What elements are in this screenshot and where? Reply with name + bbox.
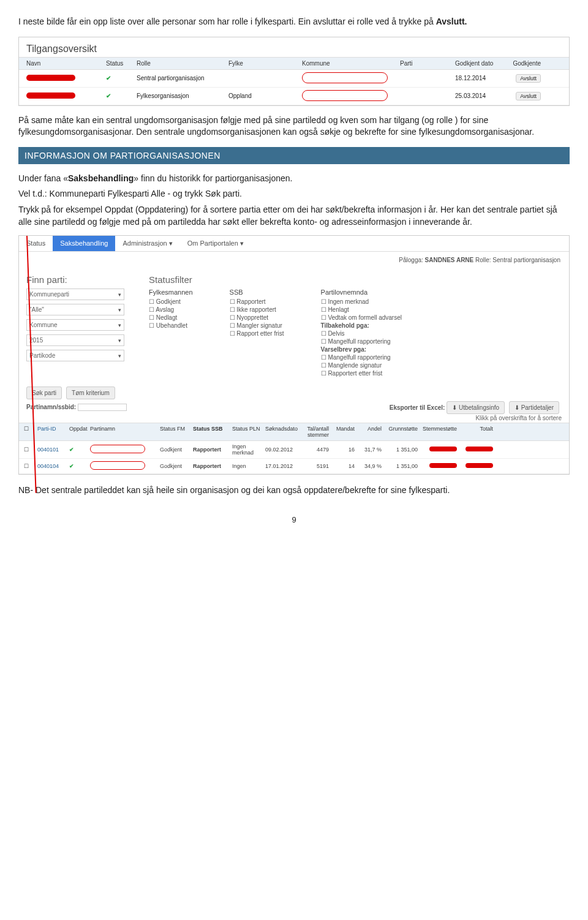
redacted-oval: [90, 461, 145, 470]
tab-status[interactable]: Status: [19, 236, 53, 251]
select-value: Kommune: [29, 322, 58, 328]
ssb-col: SSB Rapportert Ikke rapportert Nyopprett…: [230, 288, 284, 378]
check-icon: ✔: [106, 92, 111, 99]
text: I neste bilde får ein opp liste over all…: [18, 17, 436, 26]
checkbox-henlagt[interactable]: Henlagt: [321, 306, 402, 313]
check-icon: ✔: [69, 463, 74, 469]
fylkesmannen-col: Fylkesmannen Godkjent Avslag Nedlagt Ube…: [149, 288, 193, 378]
paragraph-5: Trykk på for eksempel Oppdat (Oppdaterin…: [18, 204, 570, 228]
th-status-fm[interactable]: Status FM: [160, 426, 190, 438]
th-tal-stemmer[interactable]: Tal/antall stemmer: [304, 426, 329, 438]
finn-parti-title: Finn parti:: [26, 274, 137, 285]
checkbox-ikke-rapportert[interactable]: Ikke rapportert: [230, 306, 284, 313]
checkbox-godkjent[interactable]: Godkjent: [149, 298, 193, 305]
cell-and: 31,7 %: [357, 447, 382, 453]
check-icon: ✔: [69, 447, 74, 453]
th-status-pln[interactable]: Status PLN: [232, 426, 263, 438]
table-header: Navn Status Rolle Fylke Kommune Parti Go…: [19, 57, 569, 70]
th-fylke[interactable]: Fylke: [228, 60, 302, 67]
cell-dato: 17.01.2012: [265, 463, 302, 469]
redacted-name: [26, 75, 75, 81]
tab-administrasjon[interactable]: Administrasjon ▾: [115, 236, 179, 251]
cell-tal: 4479: [304, 447, 329, 453]
export-utbetalingsinfo-button[interactable]: ⬇ Utbetalingsinfo: [447, 401, 505, 414]
checkbox-vedtak[interactable]: Vedtak om formell advarsel: [321, 314, 402, 321]
partinamn-input[interactable]: [78, 404, 127, 411]
checkbox-rapportert-etter-frist[interactable]: Rapportert etter frist: [321, 370, 402, 377]
select-partikode[interactable]: Partikode: [26, 350, 124, 361]
th-grunnstotte[interactable]: Grunnstøtte: [384, 426, 418, 438]
checkbox-delvis[interactable]: Delvis: [321, 330, 402, 337]
checkbox-rapportert[interactable]: Rapportert: [230, 298, 284, 305]
text-bold: Saksbehandling: [68, 173, 134, 183]
th-parti-id[interactable]: Parti-ID: [37, 426, 67, 438]
th-status-ssb[interactable]: Status SSB: [193, 426, 230, 438]
th-stemmestotte[interactable]: Stemmestøtte: [420, 426, 457, 438]
partilovnemnda-col: Partilovnemnda Ingen merknad Henlagt Ved…: [321, 288, 402, 378]
avslutt-button[interactable]: Avslutt: [516, 74, 541, 83]
th-mandat[interactable]: Mandat: [331, 426, 355, 438]
cell-id[interactable]: 0040104: [37, 463, 67, 469]
tab-saksbehandling[interactable]: Saksbehandling: [53, 236, 115, 251]
checkbox-mangelfull-rapportering-2[interactable]: Mangelfull rapportering: [321, 354, 402, 361]
select-partitype[interactable]: Kommuneparti: [26, 288, 124, 300]
partinamn-label: Partinamn/ssbid:: [26, 404, 76, 410]
search-button-row: Søk parti Tøm kriterium: [19, 384, 569, 401]
th-godkjente[interactable]: Godkjente: [504, 60, 541, 67]
th-dato[interactable]: Godkjent dato: [455, 60, 504, 67]
username: SANDNES ARNE: [425, 257, 474, 263]
export-partidetaljer-button[interactable]: ⬇ Partidetaljer: [509, 401, 559, 414]
checkbox-ubehandlet[interactable]: Ubehandlet: [149, 322, 193, 329]
row-checkbox[interactable]: ☐: [24, 463, 35, 469]
th-andel[interactable]: Andel: [357, 426, 382, 438]
cell-sfm: Godkjent: [160, 463, 190, 469]
cell-grn: 1 351,00: [384, 447, 418, 453]
redacted: [466, 463, 493, 468]
check-icon: ✔: [106, 75, 111, 81]
login-info: Pålogga: SANDNES ARNE Rolle: Sentral par…: [19, 252, 569, 268]
th-parti[interactable]: Parti: [400, 60, 455, 67]
chevron-down-icon: ▾: [240, 239, 244, 247]
checkbox-mangler-signatur[interactable]: Mangler signatur: [230, 322, 284, 329]
th-status[interactable]: Status: [106, 60, 137, 67]
subheading-varselbrev: Varselbrev pga:: [321, 346, 402, 353]
select-year[interactable]: 2015: [26, 334, 124, 346]
checkbox-ingen-merknad[interactable]: Ingen merknad: [321, 298, 402, 305]
checkbox-manglende-signatur[interactable]: Manglende signatur: [321, 362, 402, 369]
paragraph-4: Vel t.d.: Kommuneparti Fylkesparti Alle …: [18, 188, 570, 200]
checkbox-nedlagt[interactable]: Nedlagt: [149, 314, 193, 321]
th-rolle[interactable]: Rolle: [137, 60, 228, 67]
paragraph-6: NB- Det sentrale partileddet kan sjå hei…: [18, 485, 570, 497]
th-totalt[interactable]: Totalt: [459, 426, 493, 438]
paragraph-3: Under fana «Saksbehandling» finn du hist…: [18, 173, 570, 185]
tab-bar: Status Saksbehandling Administrasjon ▾ O…: [19, 236, 569, 252]
cell-dato: 09.02.2012: [265, 447, 302, 453]
th-partinamn[interactable]: Partinamn: [90, 426, 157, 438]
filter-row: Finn parti: Kommuneparti "Alle" Kommune …: [19, 268, 569, 384]
paragraph-2: På same måte kan ein sentral ungdomsorga…: [18, 115, 570, 138]
select-kommune[interactable]: Kommune: [26, 319, 124, 331]
role-text: Rolle: Sentral partiorganisasjon: [473, 257, 560, 263]
th-oppdat[interactable]: Oppdat.: [69, 426, 88, 438]
redacted: [429, 447, 457, 451]
checkbox-nyopprettet[interactable]: Nyopprettet: [230, 314, 284, 321]
cell-dato: 25.03.2014: [455, 92, 504, 99]
th-kommune[interactable]: Kommune: [302, 60, 400, 67]
table-row: ✔ Sentral partiorganisasjon 18.12.2014 A…: [19, 70, 569, 88]
select-value: "Alle": [29, 306, 44, 313]
cell-sssb: Rapportert: [193, 463, 230, 469]
tom-kriterium-button[interactable]: Tøm kriterium: [66, 386, 115, 399]
checkbox-mangelfull-rapportering[interactable]: Mangelfull rapportering: [321, 338, 402, 345]
checkbox-avslag[interactable]: Avslag: [149, 306, 193, 313]
th-soknadsdato[interactable]: Søknadsdato: [265, 426, 302, 438]
cell-id[interactable]: 0040101: [37, 447, 67, 453]
data-table-header: ☐ Parti-ID Oppdat. Partinamn Status FM S…: [19, 423, 569, 441]
panel-title: Tilgangsoversikt: [19, 37, 569, 57]
table-row: ☐ 0040104 ✔ Godkjent Rapportert Ingen 17…: [19, 459, 569, 474]
select-fylke[interactable]: "Alle": [26, 304, 124, 315]
tab-label: Administrasjon: [123, 239, 167, 247]
th-navn[interactable]: Navn: [26, 60, 106, 67]
avslutt-button[interactable]: Avslutt: [516, 92, 541, 100]
tab-om-partiportalen[interactable]: Om Partiportalen ▾: [180, 236, 251, 251]
checkbox-rapport-etter-frist[interactable]: Rapport etter frist: [230, 330, 284, 337]
